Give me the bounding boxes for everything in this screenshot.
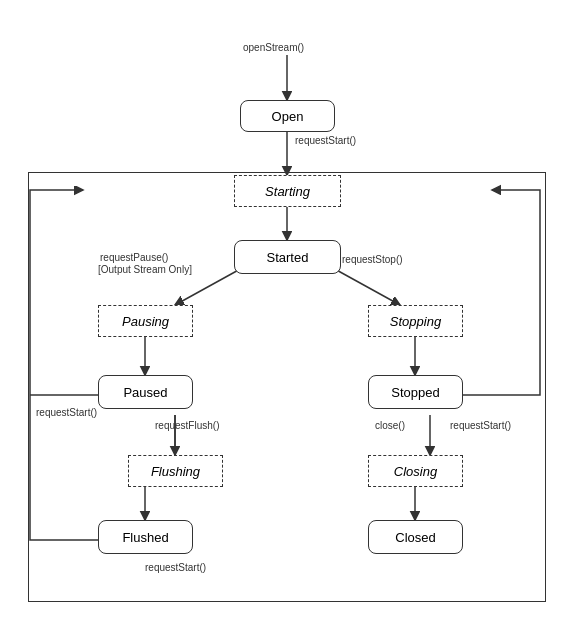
label-openstream: openStream()	[243, 42, 304, 53]
state-open: Open	[240, 100, 335, 132]
outer-box	[28, 172, 546, 602]
label-requeststart-open: requestStart()	[295, 135, 356, 146]
state-diagram: openStream() Open requestStart() Startin…	[0, 0, 574, 631]
